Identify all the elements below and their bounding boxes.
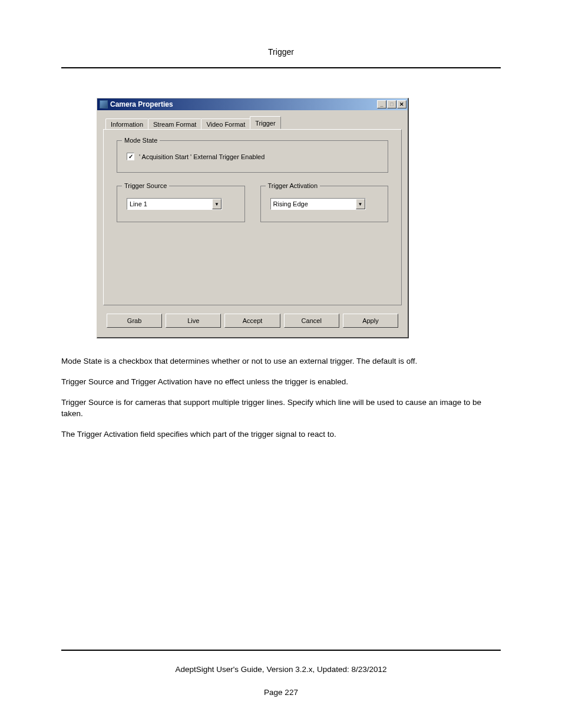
group-trigger-source-label: Trigger Source [122,182,169,189]
apply-button[interactable]: Apply [343,314,398,328]
accept-button[interactable]: Accept [224,314,280,328]
group-trigger-activation-label: Trigger Activation [266,182,320,189]
acquisition-start-checkbox[interactable]: ✓ [127,153,134,160]
tab-strip: Information Stream Format Video Format T… [103,116,402,129]
group-mode-state: Mode State ✓ ' Acquisition Start ' Exter… [117,140,388,173]
camera-properties-dialog: Camera Properties _ □ ✕ Information Stre… [97,98,409,338]
minimize-button[interactable]: _ [377,100,386,108]
page-header-title: Trigger [61,47,501,57]
close-button[interactable]: ✕ [397,100,406,108]
tab-trigger[interactable]: Trigger [250,116,280,129]
titlebar: Camera Properties _ □ ✕ [97,98,408,110]
tab-panel-trigger: Mode State ✓ ' Acquisition Start ' Exter… [103,129,402,305]
chevron-down-icon: ▼ [356,199,365,209]
tab-information[interactable]: Information [105,118,148,130]
cancel-button[interactable]: Cancel [284,314,339,328]
acquisition-start-label: ' Acquisition Start ' External Trigger E… [139,153,265,160]
page-number: Page 227 [61,688,501,697]
trigger-source-combo[interactable]: Line 1 ▼ [127,198,222,210]
trigger-activation-value: Rising Edge [271,199,356,209]
trigger-source-value: Line 1 [127,199,212,209]
paragraph-trigger-source: Trigger Source is for cameras that suppo… [61,397,501,420]
live-button[interactable]: Live [166,314,221,328]
footer-line: AdeptSight User's Guide, Version 3.2.x, … [61,665,501,674]
app-icon [100,100,108,108]
tab-video-format[interactable]: Video Format [201,118,250,130]
group-trigger-source: Trigger Source Line 1 ▼ [117,186,245,222]
group-trigger-activation: Trigger Activation Rising Edge ▼ [260,186,389,222]
trigger-activation-combo[interactable]: Rising Edge ▼ [270,198,366,210]
paragraph-trigger-note: Trigger Source and Trigger Activation ha… [61,377,501,388]
tab-stream-format[interactable]: Stream Format [148,118,201,130]
group-mode-state-label: Mode State [122,137,160,144]
chevron-down-icon: ▼ [212,199,222,209]
grab-button[interactable]: Grab [107,314,162,328]
maximize-button[interactable]: □ [387,100,396,108]
paragraph-mode-state: Mode State is a checkbox that determines… [61,356,501,367]
paragraph-trigger-activation: The Trigger Activation field specifies w… [61,429,501,440]
dialog-title: Camera Properties [110,100,173,108]
